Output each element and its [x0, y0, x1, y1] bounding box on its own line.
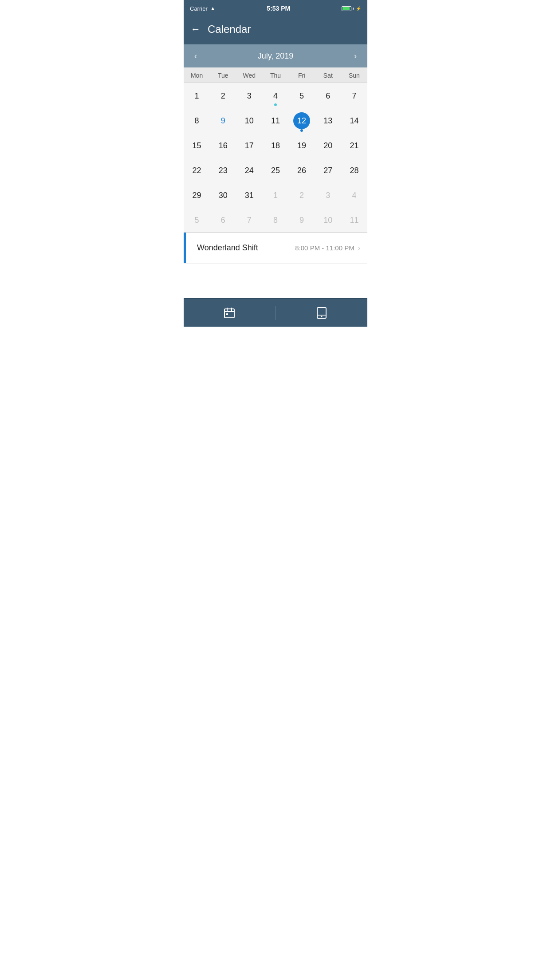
calendar-icon [223, 307, 236, 319]
calendar-day-19[interactable]: 19 [289, 133, 315, 158]
calendar-grid: 1 2 3 4 5 6 7 8 9 10 11 12 13 14 15 16 1… [184, 83, 367, 232]
battery-body [342, 6, 351, 11]
month-navigation: ‹ July, 2019 › [184, 44, 367, 67]
event-accent-bar [184, 233, 186, 263]
calendar-day-11[interactable]: 11 [262, 108, 288, 133]
event-item-wonderland[interactable]: Wonderland Shift 8:00 PM - 11:00 PM › [184, 233, 367, 264]
battery-fill [342, 7, 350, 10]
calendar-day-23[interactable]: 23 [210, 158, 236, 182]
event-time: 8:00 PM - 11:00 PM [295, 244, 354, 252]
calendar-day-aug-4[interactable]: 4 [341, 182, 367, 207]
calendar-day-31[interactable]: 31 [236, 182, 262, 207]
calendar-day-9[interactable]: 9 [210, 108, 236, 133]
calendar-day-30[interactable]: 30 [210, 182, 236, 207]
calendar-day-aug-6[interactable]: 6 [210, 207, 236, 232]
calendar-day-1[interactable]: 1 [184, 83, 210, 108]
tab-tablet[interactable] [276, 299, 368, 327]
calendar-day-14[interactable]: 14 [341, 108, 367, 133]
calendar-day-22[interactable]: 22 [184, 158, 210, 182]
prev-month-button[interactable]: ‹ [191, 50, 201, 63]
calendar-day-25[interactable]: 25 [262, 158, 288, 182]
day-headers: Mon Tue Wed Thu Fri Sat Sun [184, 67, 367, 83]
calendar-day-6[interactable]: 6 [315, 83, 341, 108]
calendar-day-4[interactable]: 4 [262, 83, 288, 108]
calendar-day-29[interactable]: 29 [184, 182, 210, 207]
calendar-day-21[interactable]: 21 [341, 133, 367, 158]
calendar-day-aug-2[interactable]: 2 [289, 182, 315, 207]
calendar-day-aug-3[interactable]: 3 [315, 182, 341, 207]
svg-rect-4 [226, 313, 228, 315]
calendar-day-12[interactable]: 12 [289, 108, 315, 133]
calendar-day-7[interactable]: 7 [341, 83, 367, 108]
calendar-day-aug-10[interactable]: 10 [315, 207, 341, 232]
event-list: Wonderland Shift 8:00 PM - 11:00 PM › [184, 233, 367, 298]
calendar-day-26[interactable]: 26 [289, 158, 315, 182]
calendar-day-aug-9[interactable]: 9 [289, 207, 315, 232]
calendar-day-24[interactable]: 24 [236, 158, 262, 182]
day-header-tue: Tue [210, 67, 236, 83]
header: ← Calendar [184, 16, 367, 44]
svg-point-6 [321, 316, 322, 317]
status-bar-time: 5:53 PM [267, 5, 290, 12]
calendar-container: Mon Tue Wed Thu Fri Sat Sun 1 2 3 4 5 6 … [184, 67, 367, 232]
month-year-label: July, 2019 [258, 51, 294, 61]
day-header-sat: Sat [315, 67, 341, 83]
status-bar-left: Carrier ▲ [190, 5, 216, 12]
day-header-fri: Fri [289, 67, 315, 83]
calendar-day-aug-5[interactable]: 5 [184, 207, 210, 232]
battery-icon [342, 6, 354, 11]
day-header-sun: Sun [341, 67, 367, 83]
tab-bar [184, 298, 367, 327]
calendar-day-8[interactable]: 8 [184, 108, 210, 133]
chevron-right-icon: › [358, 244, 360, 252]
calendar-day-5[interactable]: 5 [289, 83, 315, 108]
charging-icon: ⚡ [356, 6, 361, 11]
calendar-day-2[interactable]: 2 [210, 83, 236, 108]
event-name: Wonderland Shift [191, 243, 295, 253]
calendar-day-aug-11[interactable]: 11 [341, 207, 367, 232]
status-bar: Carrier ▲ 5:53 PM ⚡ [184, 0, 367, 16]
day-header-wed: Wed [236, 67, 262, 83]
calendar-day-10[interactable]: 10 [236, 108, 262, 133]
day-header-thu: Thu [262, 67, 288, 83]
calendar-day-13[interactable]: 13 [315, 108, 341, 133]
calendar-day-27[interactable]: 27 [315, 158, 341, 182]
calendar-day-aug-8[interactable]: 8 [262, 207, 288, 232]
tab-calendar[interactable] [184, 299, 276, 327]
carrier-label: Carrier [190, 5, 208, 12]
calendar-day-17[interactable]: 17 [236, 133, 262, 158]
page-title: Calendar [208, 23, 251, 36]
wifi-icon: ▲ [210, 5, 216, 12]
tablet-icon [315, 307, 328, 319]
calendar-day-16[interactable]: 16 [210, 133, 236, 158]
calendar-day-aug-1[interactable]: 1 [262, 182, 288, 207]
back-button[interactable]: ← [191, 24, 201, 34]
calendar-day-28[interactable]: 28 [341, 158, 367, 182]
calendar-day-18[interactable]: 18 [262, 133, 288, 158]
svg-rect-0 [224, 309, 234, 318]
calendar-day-3[interactable]: 3 [236, 83, 262, 108]
day-header-mon: Mon [184, 67, 210, 83]
battery-tip [353, 8, 354, 10]
next-month-button[interactable]: › [350, 50, 360, 63]
calendar-day-aug-7[interactable]: 7 [236, 207, 262, 232]
calendar-day-15[interactable]: 15 [184, 133, 210, 158]
status-bar-right: ⚡ [342, 6, 361, 11]
calendar-day-20[interactable]: 20 [315, 133, 341, 158]
